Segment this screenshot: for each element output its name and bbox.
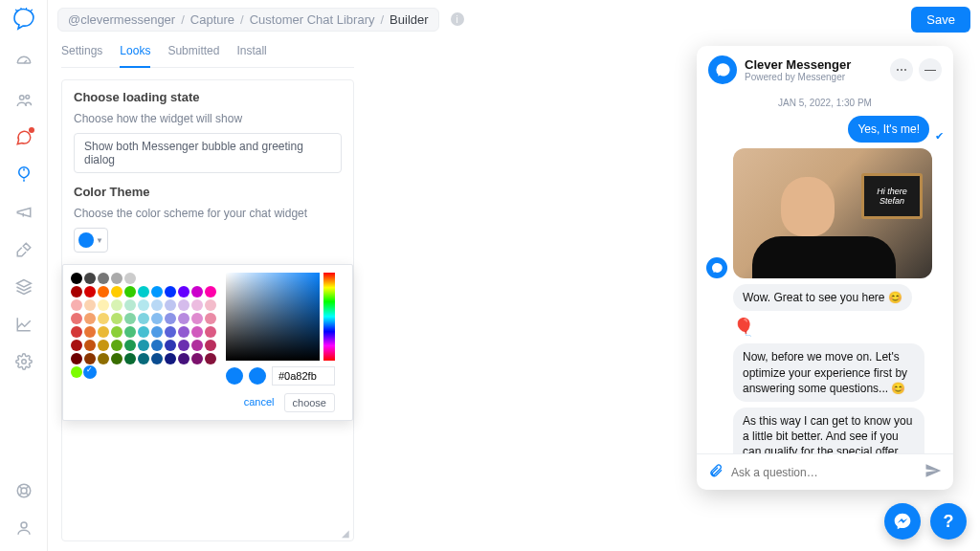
tab-install[interactable]: Install: [236, 44, 266, 61]
color-swatch[interactable]: [98, 313, 109, 324]
color-swatch[interactable]: [138, 326, 149, 338]
color-swatch[interactable]: [138, 299, 149, 311]
color-swatch[interactable]: [71, 353, 82, 364]
capture-icon[interactable]: [15, 166, 33, 187]
chat-minimize-button[interactable]: —: [919, 58, 942, 81]
color-swatch[interactable]: [205, 313, 216, 324]
color-swatch[interactable]: [191, 353, 203, 364]
hue-strip[interactable]: [323, 273, 335, 361]
profile-icon[interactable]: [15, 519, 33, 540]
color-swatch[interactable]: [205, 340, 216, 351]
color-swatch[interactable]: [71, 273, 82, 284]
color-swatch[interactable]: [111, 340, 122, 351]
color-swatch[interactable]: [191, 286, 203, 298]
color-swatch[interactable]: [111, 313, 122, 324]
color-swatch[interactable]: [84, 313, 96, 324]
color-swatch[interactable]: [111, 273, 122, 284]
color-swatch[interactable]: [71, 340, 82, 351]
color-swatch[interactable]: [84, 353, 96, 364]
color-swatch[interactable]: [165, 353, 176, 364]
color-swatch[interactable]: [98, 326, 109, 338]
color-swatch[interactable]: [205, 286, 216, 298]
color-swatch[interactable]: [124, 273, 136, 284]
send-icon[interactable]: [924, 462, 942, 482]
color-swatch[interactable]: [151, 313, 163, 324]
color-theme-button[interactable]: ▼: [74, 228, 108, 253]
picker-cancel-button[interactable]: cancel: [242, 393, 277, 412]
loading-state-select[interactable]: Show both Messenger bubble and greeting …: [74, 133, 342, 173]
color-swatch[interactable]: [165, 313, 176, 324]
color-swatch[interactable]: [151, 326, 163, 338]
layers-icon[interactable]: [15, 278, 33, 298]
color-swatch[interactable]: [111, 353, 122, 364]
color-swatch[interactable]: [151, 286, 163, 298]
color-swatch[interactable]: [178, 353, 189, 364]
support-icon[interactable]: [15, 482, 33, 502]
color-swatch[interactable]: [71, 366, 82, 378]
color-swatch[interactable]: [98, 353, 109, 364]
settings-icon[interactable]: [15, 353, 33, 373]
help-fab[interactable]: ?: [930, 503, 967, 540]
color-swatch[interactable]: [205, 299, 216, 311]
color-swatch[interactable]: [165, 299, 176, 311]
color-swatch[interactable]: [151, 340, 163, 351]
color-swatch[interactable]: [124, 313, 136, 324]
tab-looks[interactable]: Looks: [120, 44, 150, 68]
breadcrumb[interactable]: @clevermessenger / Capture / Customer Ch…: [57, 8, 439, 32]
tools-icon[interactable]: [15, 241, 33, 261]
color-swatch[interactable]: [84, 299, 96, 311]
color-swatch[interactable]: [71, 313, 82, 324]
color-swatch[interactable]: [124, 340, 136, 351]
color-swatch[interactable]: [191, 299, 203, 311]
color-swatch[interactable]: [71, 286, 82, 298]
color-swatch[interactable]: [205, 353, 216, 364]
color-swatch[interactable]: [84, 340, 96, 351]
resize-handle-icon[interactable]: ◢: [342, 528, 349, 539]
color-swatch[interactable]: [191, 313, 203, 324]
color-swatch[interactable]: [178, 286, 189, 298]
color-swatch[interactable]: [84, 326, 96, 338]
color-swatch[interactable]: [98, 340, 109, 351]
breadcrumb-capture[interactable]: Capture: [190, 12, 234, 27]
broadcast-icon[interactable]: [15, 204, 33, 224]
color-swatch[interactable]: [178, 313, 189, 324]
color-swatch[interactable]: [165, 340, 176, 351]
color-swatch[interactable]: [71, 299, 82, 311]
color-swatch[interactable]: [191, 340, 203, 351]
hex-input[interactable]: [272, 366, 335, 386]
messenger-fab[interactable]: [884, 503, 921, 540]
color-swatch[interactable]: [84, 286, 96, 298]
color-swatch[interactable]: [124, 286, 136, 298]
picker-choose-button[interactable]: choose: [284, 393, 335, 412]
color-swatch[interactable]: [138, 286, 149, 298]
color-swatch[interactable]: [98, 273, 109, 284]
color-swatch[interactable]: [111, 286, 122, 298]
color-swatch[interactable]: [138, 340, 149, 351]
color-swatch[interactable]: [98, 299, 109, 311]
dashboard-icon[interactable]: [15, 55, 33, 75]
color-swatch[interactable]: [178, 299, 189, 311]
color-swatch[interactable]: [84, 273, 96, 284]
color-swatch[interactable]: [98, 286, 109, 298]
color-swatch[interactable]: [165, 326, 176, 338]
color-swatch[interactable]: [111, 326, 122, 338]
color-swatch[interactable]: [138, 313, 149, 324]
color-swatch[interactable]: [205, 326, 216, 338]
color-swatch[interactable]: [124, 353, 136, 364]
analytics-icon[interactable]: [15, 316, 33, 336]
color-swatch[interactable]: [84, 366, 96, 378]
color-gradient-box[interactable]: [226, 273, 320, 361]
info-icon[interactable]: i: [451, 12, 464, 26]
color-swatch[interactable]: [124, 299, 136, 311]
color-swatch[interactable]: [191, 326, 203, 338]
tab-settings[interactable]: Settings: [61, 44, 102, 61]
audience-icon[interactable]: [15, 92, 33, 112]
tab-submitted[interactable]: Submitted: [167, 44, 219, 61]
color-swatch[interactable]: [151, 299, 163, 311]
color-swatch[interactable]: [111, 299, 122, 311]
chat-text-input[interactable]: [731, 466, 917, 479]
chat-icon[interactable]: [15, 129, 33, 149]
color-swatch[interactable]: [138, 353, 149, 364]
color-swatch[interactable]: [71, 326, 82, 338]
color-swatch[interactable]: [178, 326, 189, 338]
